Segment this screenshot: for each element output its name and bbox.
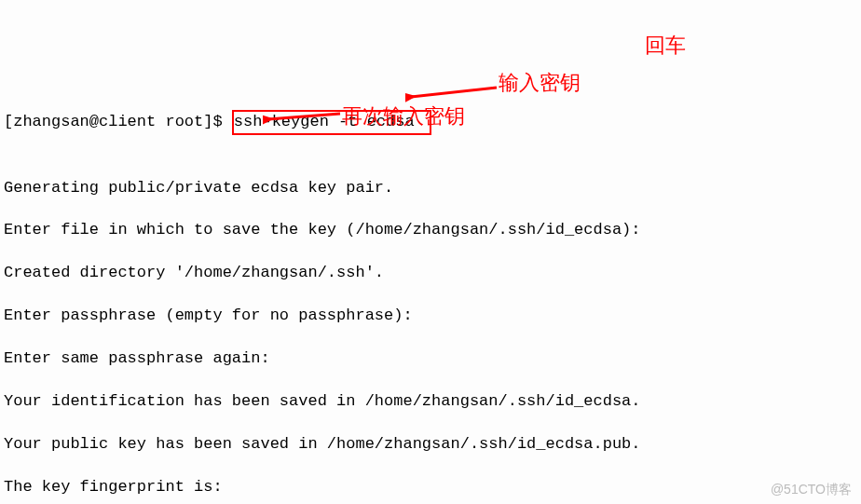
watermark: @51CTO博客 xyxy=(771,481,852,498)
terminal-line: Generating public/private ecdsa key pair… xyxy=(4,178,857,199)
terminal-line: Created directory '/home/zhangsan/.ssh'. xyxy=(4,263,857,284)
annotation-enter: 回车 xyxy=(645,32,686,60)
terminal-line: The key fingerprint is: xyxy=(4,477,857,498)
shell-prompt: [zhangsan@client root]$ xyxy=(4,113,232,130)
terminal-line: Enter same passphrase again: xyxy=(4,348,857,370)
svg-line-0 xyxy=(411,88,497,97)
terminal-line: Your public key has been saved in /home/… xyxy=(4,434,857,456)
terminal-line: Your identification has been saved in /h… xyxy=(4,391,857,413)
annotation-passphrase-1: 输入密钥 xyxy=(499,69,581,97)
annotation-passphrase-2: 再次输入密钥 xyxy=(342,102,465,130)
terminal-line: Enter file in which to save the key (/ho… xyxy=(4,220,857,241)
terminal-line: Enter passphrase (empty for no passphras… xyxy=(4,306,857,327)
arrow-to-passphrase-1 xyxy=(405,84,499,102)
